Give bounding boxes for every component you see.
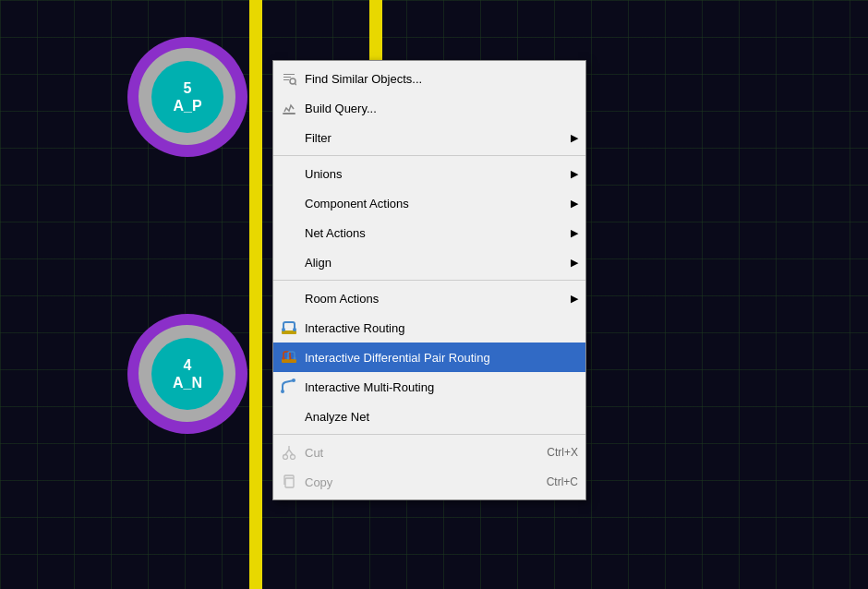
svg-point-11 — [281, 390, 284, 393]
menu-item-filter[interactable]: Filter ▶ — [273, 123, 585, 152]
menu-item-room-actions[interactable]: Room Actions ▶ — [273, 283, 585, 313]
cut-shortcut: Ctrl+X — [547, 446, 578, 459]
svg-line-1 — [295, 84, 297, 86]
analyze-net-label: Analyze Net — [305, 410, 578, 424]
pad-inner-2: 4 A_N — [151, 338, 223, 410]
cut-icon — [279, 442, 299, 463]
component-actions-icon — [279, 193, 299, 213]
align-arrow: ▶ — [571, 257, 578, 269]
analyze-net-icon — [279, 406, 299, 427]
pad2-label1: 4 — [184, 356, 192, 374]
separator-2 — [273, 280, 585, 281]
room-actions-arrow: ▶ — [571, 293, 578, 305]
separator-1 — [273, 155, 585, 156]
svg-point-14 — [291, 455, 295, 460]
filter-arrow: ▶ — [571, 132, 578, 144]
svg-point-4 — [282, 328, 285, 331]
multi-routing-icon — [279, 377, 299, 397]
component-actions-arrow: ▶ — [571, 198, 578, 210]
build-query-label: Build Query... — [305, 102, 578, 115]
unions-label: Unions — [305, 167, 563, 181]
context-menu: Find Similar Objects... Build Query... F… — [272, 60, 586, 500]
svg-line-15 — [285, 450, 289, 455]
unions-icon — [279, 163, 299, 184]
svg-point-0 — [290, 78, 295, 84]
diff-routing-label: Interactive Differential Pair Routing — [305, 351, 578, 365]
filter-label: Filter — [305, 131, 563, 145]
multi-routing-label: Interactive Multi-Routing — [305, 380, 578, 394]
menu-item-component-actions[interactable]: Component Actions ▶ — [273, 188, 585, 218]
unions-arrow: ▶ — [571, 168, 578, 180]
build-query-icon — [279, 98, 299, 118]
pad-inner-1: 5 A_P — [151, 61, 223, 133]
menu-item-align[interactable]: Align ▶ — [273, 247, 585, 277]
menu-item-interactive-routing[interactable]: Interactive Routing — [273, 313, 585, 343]
svg-line-16 — [289, 450, 293, 455]
menu-item-unions[interactable]: Unions ▶ — [273, 159, 585, 188]
menu-item-analyze-net[interactable]: Analyze Net — [273, 402, 585, 431]
find-similar-label: Find Similar Objects... — [305, 72, 578, 86]
copy-label: Copy — [305, 475, 528, 489]
cut-label: Cut — [305, 446, 528, 460]
menu-item-find-similar[interactable]: Find Similar Objects... — [273, 64, 585, 93]
svg-point-13 — [283, 455, 288, 460]
svg-point-5 — [293, 328, 296, 331]
component-actions-label: Component Actions — [305, 197, 563, 210]
menu-item-multi-routing[interactable]: Interactive Multi-Routing — [273, 372, 585, 402]
svg-point-10 — [294, 357, 296, 360]
svg-point-7 — [283, 357, 285, 360]
align-label: Align — [305, 256, 563, 270]
svg-rect-18 — [285, 478, 294, 487]
net-actions-icon — [279, 222, 299, 243]
net-actions-arrow: ▶ — [571, 227, 578, 239]
room-actions-label: Room Actions — [305, 292, 563, 306]
separator-3 — [273, 434, 585, 435]
align-icon — [279, 252, 299, 272]
interactive-routing-icon — [279, 318, 299, 338]
interactive-routing-label: Interactive Routing — [305, 321, 578, 335]
trace-yellow-1 — [249, 0, 262, 589]
room-actions-icon — [279, 288, 299, 308]
filter-icon — [279, 127, 299, 148]
pad2-label2: A_N — [173, 374, 202, 391]
svg-point-9 — [287, 357, 290, 360]
menu-item-diff-routing[interactable]: Interactive Differential Pair Routing — [273, 343, 585, 372]
menu-item-net-actions[interactable]: Net Actions ▶ — [273, 218, 585, 247]
copy-shortcut: Ctrl+C — [547, 475, 578, 488]
copy-icon — [279, 472, 299, 492]
svg-point-12 — [292, 379, 295, 382]
svg-rect-2 — [283, 113, 295, 114]
diff-routing-icon — [279, 347, 299, 367]
menu-item-build-query[interactable]: Build Query... — [273, 93, 585, 123]
net-actions-label: Net Actions — [305, 226, 563, 240]
menu-item-cut[interactable]: Cut Ctrl+X — [273, 438, 585, 467]
menu-item-copy[interactable]: Copy Ctrl+C — [273, 467, 585, 497]
pad1-label2: A_P — [173, 97, 201, 114]
find-similar-icon — [279, 68, 299, 89]
pad1-label1: 5 — [184, 79, 192, 97]
svg-rect-6 — [282, 359, 296, 363]
